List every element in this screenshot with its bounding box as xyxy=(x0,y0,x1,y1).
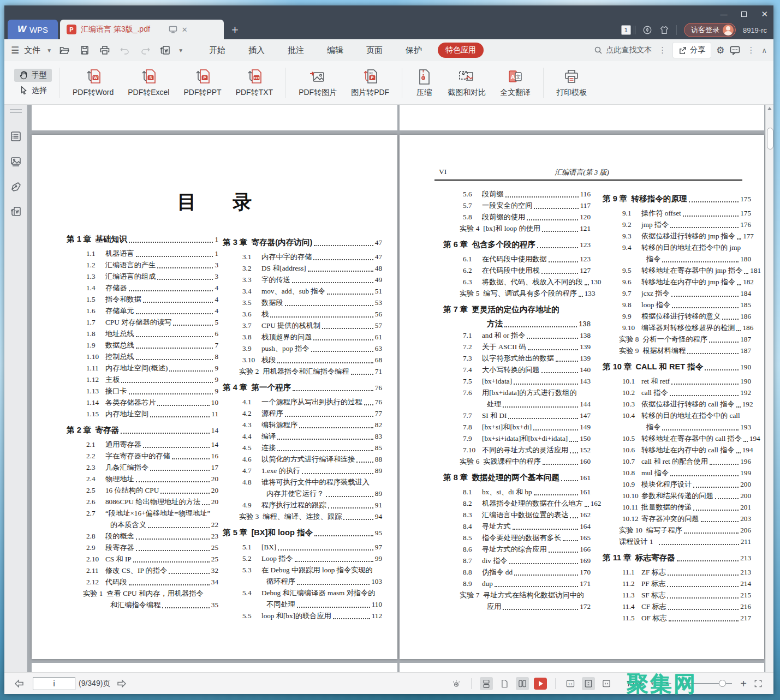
skin-theme-icon[interactable] xyxy=(659,25,669,35)
pdf-to-ppt-button[interactable]: P PDF转PPT xyxy=(176,66,228,100)
previous-page-bottom-left[interactable] xyxy=(32,105,397,130)
print-icon[interactable] xyxy=(99,45,110,56)
screenshot-compare-button[interactable]: 截图和对比 xyxy=(440,66,493,100)
toc-num: 3.4 xyxy=(242,285,259,297)
full-translate-button[interactable]: A文 全文翻译 xyxy=(493,66,538,100)
previous-page-arrow-icon[interactable] xyxy=(13,678,25,690)
collapse-ribbon-icon[interactable]: ∧ xyxy=(761,46,767,55)
pdf-page-right[interactable]: VI 汇编语言(第 3 版) 5.6 段前缀 116 5.7 一段安全的空间 1… xyxy=(400,135,764,659)
images-panel-icon[interactable] xyxy=(10,155,22,167)
menu-item-page[interactable]: 页面 xyxy=(355,42,394,59)
next-page-arrow-icon[interactable] xyxy=(116,678,128,690)
dot-leader xyxy=(308,271,373,272)
undo-icon[interactable] xyxy=(120,45,130,56)
continuous-scroll-layout-icon[interactable] xyxy=(480,677,493,690)
dot-leader xyxy=(701,521,739,522)
feedback-comment-icon[interactable] xyxy=(730,46,740,55)
hamburger-menu-icon[interactable]: ☰ xyxy=(11,45,19,56)
pdf-to-word-button[interactable]: W PDF转Word xyxy=(66,66,121,100)
menu-item-insert[interactable]: 插入 xyxy=(237,42,276,59)
pdf-to-image-button[interactable]: PDF转图片 xyxy=(291,66,344,100)
panel-drag-handle[interactable] xyxy=(10,109,22,113)
dot-leader xyxy=(313,339,373,340)
file-menu[interactable]: 文件 xyxy=(24,45,40,56)
print-template-button[interactable]: 打印模板 xyxy=(549,66,594,100)
fit-width-icon[interactable] xyxy=(600,677,613,690)
toc-row: 10.12 寄存器冲突的问题 203 xyxy=(603,513,751,524)
toc-page: 97 xyxy=(375,541,382,553)
image-to-pdf-button[interactable]: P 图片转PDF xyxy=(344,66,396,100)
fullscreen-icon[interactable] xyxy=(752,677,765,690)
toc-page: 170 xyxy=(580,566,591,578)
pdf-page-left[interactable]: 目录 第 1 章 基础知识 1 1.1 机器语言 1 1.2 汇编 xyxy=(32,135,397,659)
find-text-box[interactable]: 点此查找文本 xyxy=(594,45,652,55)
maximize-button[interactable] xyxy=(741,11,747,17)
toc-row: 5.6 段前缀 116 xyxy=(443,188,591,200)
toc-row: 实验 1 查看 CPU 和内存，用机器指令 xyxy=(67,588,218,599)
toc-num: 2.3 xyxy=(86,462,103,473)
next-page-top-left[interactable] xyxy=(32,663,397,672)
export-to-word-icon[interactable] xyxy=(160,45,171,56)
new-tab-button[interactable]: + xyxy=(231,23,239,39)
toc-text: 用机器指令和汇编指令编程 xyxy=(263,366,349,377)
toc-page: 217 xyxy=(740,612,751,624)
file-menu-chevron-icon[interactable]: ▼ xyxy=(46,47,52,53)
select-tool-button[interactable]: 选择 xyxy=(14,84,52,97)
member-benefit-icon[interactable] xyxy=(642,25,652,35)
next-page-top-right[interactable] xyxy=(400,663,764,672)
vertical-scrollbar[interactable] xyxy=(765,105,773,672)
toc-text: 寄存器(内存访问) xyxy=(251,237,312,248)
single-page-layout-icon[interactable] xyxy=(498,677,511,690)
dot-leader xyxy=(722,319,739,320)
eye-protection-icon[interactable] xyxy=(450,677,463,690)
scroll-up-arrow[interactable] xyxy=(767,107,772,110)
quickbar-more-chevron-icon[interactable]: ▼ xyxy=(178,47,183,53)
previous-page-bottom-right[interactable] xyxy=(400,105,764,130)
scrollbar-thumb[interactable] xyxy=(767,128,773,149)
settings-gear-icon[interactable]: ⚙ xyxy=(716,45,724,56)
toc-row: 1.8 地址总线 6 xyxy=(67,328,218,339)
page-number-input[interactable] xyxy=(33,677,75,690)
dot-leader xyxy=(687,353,739,354)
two-page-layout-icon[interactable] xyxy=(516,677,529,690)
document-tab[interactable]: P 汇编语言 第3版_.pdf ✕ xyxy=(60,20,224,39)
fit-page-icon[interactable] xyxy=(582,677,595,690)
menu-item-home[interactable]: 开始 xyxy=(198,42,237,59)
search-more-icon[interactable]: ⋮ xyxy=(657,45,668,55)
pdf-to-txt-button[interactable]: TXT PDF转TXT xyxy=(229,66,280,100)
pdf-to-excel-button[interactable]: S PDF转Excel xyxy=(121,66,176,100)
close-window-button[interactable]: ✕ xyxy=(761,9,768,19)
menu-item-edit[interactable]: 编辑 xyxy=(315,42,355,59)
actual-size-icon[interactable]: 1:1 xyxy=(564,677,577,690)
compress-button[interactable]: 压缩 xyxy=(408,66,440,100)
toc-row: 10.2 call 指令 192 xyxy=(603,387,751,398)
toc-page: 214 xyxy=(740,578,751,589)
featured-apps-tab[interactable]: 特色应用 xyxy=(438,43,484,58)
play-slideshow-button[interactable] xyxy=(534,678,547,690)
close-tab-icon[interactable]: ✕ xyxy=(182,26,188,34)
outline-toc-icon[interactable] xyxy=(10,130,22,142)
menu-item-comment[interactable]: 批注 xyxy=(276,42,315,59)
open-file-icon[interactable] xyxy=(59,45,70,56)
toc-num: 1.3 xyxy=(86,271,103,282)
menu-item-protect[interactable]: 保护 xyxy=(394,42,433,59)
zoom-in-button[interactable]: + xyxy=(740,678,747,689)
toolbar-more-icon[interactable]: ⋮ xyxy=(746,45,756,55)
presentation-monitor-icon[interactable] xyxy=(169,26,177,33)
open-docs-badge[interactable]: 1 xyxy=(621,25,631,35)
redo-icon[interactable] xyxy=(140,45,151,56)
zoom-slider-knob[interactable] xyxy=(719,680,726,687)
dot-leader xyxy=(737,238,741,240)
guest-login-button[interactable]: 访客登录 xyxy=(684,23,736,37)
hand-tool-button[interactable]: 手型 xyxy=(14,69,52,82)
toc-num: 11.5 xyxy=(622,612,639,624)
wps-home-tab[interactable]: W WPS xyxy=(8,20,58,39)
minimize-button[interactable]: — xyxy=(720,10,727,19)
save-icon[interactable] xyxy=(79,45,90,56)
share-button[interactable]: 分享 xyxy=(673,43,711,58)
toc-text: 机器语言 xyxy=(105,248,134,259)
pointer-tools: 手型 选择 xyxy=(14,69,52,97)
annotate-pen-icon[interactable] xyxy=(10,181,22,193)
toc-text: 依据位移进行转移的 call 指令 xyxy=(641,398,735,410)
export-word-panel-icon[interactable] xyxy=(10,206,22,218)
